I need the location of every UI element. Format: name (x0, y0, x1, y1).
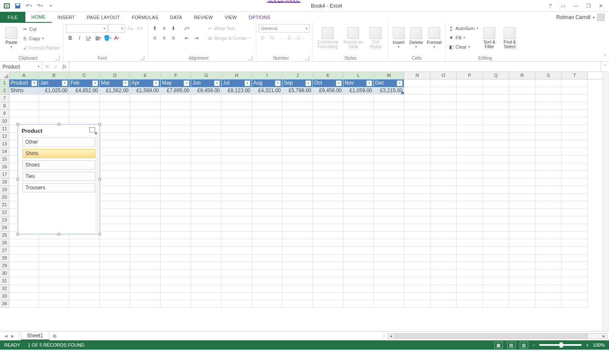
cell[interactable] (483, 239, 509, 247)
cell[interactable] (535, 262, 562, 270)
cell[interactable] (130, 171, 161, 178)
cell[interactable] (252, 125, 283, 133)
cell[interactable] (457, 178, 483, 186)
cell[interactable] (343, 163, 374, 171)
cell[interactable] (252, 118, 283, 125)
underline-button[interactable]: U▾ (85, 34, 93, 42)
cell[interactable]: £4,852.00 (69, 87, 100, 95)
cell[interactable] (404, 186, 431, 194)
cell[interactable] (431, 125, 457, 133)
cell[interactable] (509, 102, 535, 110)
column-header[interactable]: K (313, 72, 343, 79)
slicer-item[interactable]: Shoes (22, 160, 95, 170)
merge-center-button[interactable]: ⊞Merge & Center▾ (205, 34, 253, 42)
cell[interactable] (483, 300, 509, 308)
cell[interactable] (562, 232, 588, 239)
cell[interactable] (130, 148, 161, 156)
cell[interactable] (130, 110, 161, 118)
cell[interactable] (191, 148, 222, 156)
cell[interactable] (562, 125, 588, 133)
cell[interactable] (343, 285, 374, 293)
cell[interactable] (283, 285, 313, 293)
cell[interactable] (161, 293, 191, 300)
cell[interactable] (404, 255, 431, 262)
cell[interactable] (457, 87, 483, 95)
row-header[interactable]: 13 (0, 140, 9, 148)
cell[interactable] (343, 194, 374, 201)
tab-options[interactable]: OPTIONS (243, 12, 276, 23)
cell[interactable] (313, 224, 343, 232)
cell[interactable] (343, 148, 374, 156)
cell[interactable] (562, 95, 588, 102)
row-header[interactable]: 10 (0, 118, 9, 125)
cell[interactable] (313, 110, 343, 118)
cell[interactable] (404, 293, 431, 300)
cell[interactable] (100, 270, 130, 277)
name-box[interactable]: Product▾ (0, 62, 42, 71)
cell[interactable] (483, 262, 509, 270)
cell[interactable] (431, 133, 457, 140)
cell[interactable] (562, 262, 588, 270)
filter-dropdown-icon[interactable]: ▾ (92, 80, 98, 86)
table-header-cell[interactable]: Apr▾ (130, 79, 161, 87)
cell[interactable] (535, 224, 562, 232)
cell[interactable] (252, 186, 283, 194)
cell[interactable] (252, 201, 283, 209)
formula-input[interactable] (69, 62, 601, 71)
cell[interactable] (483, 125, 509, 133)
cell[interactable] (562, 209, 588, 216)
cell[interactable] (562, 270, 588, 277)
cell[interactable] (252, 95, 283, 102)
cell[interactable] (222, 247, 252, 255)
cell[interactable] (283, 133, 313, 140)
vertical-scrollbar[interactable] (602, 72, 609, 331)
cell[interactable] (161, 133, 191, 140)
cell[interactable] (431, 156, 457, 163)
cell[interactable] (457, 163, 483, 171)
column-header[interactable]: T (562, 72, 588, 79)
cell-styles-button[interactable]: Cell Styles (366, 24, 385, 52)
table-header-cell[interactable]: Jan▾ (39, 79, 69, 87)
column-header[interactable]: Q (483, 72, 509, 79)
border-button[interactable]: ▦▾ (94, 34, 102, 42)
cell[interactable] (39, 110, 69, 118)
format-cells-button[interactable]: Format▾ (425, 24, 443, 52)
cell[interactable] (535, 87, 562, 95)
cell[interactable] (562, 79, 588, 87)
cell[interactable] (130, 140, 161, 148)
cell[interactable] (283, 201, 313, 209)
column-header[interactable]: M (374, 72, 404, 79)
cell[interactable] (222, 232, 252, 239)
slicer-item[interactable]: Other (22, 137, 95, 147)
cell[interactable] (404, 171, 431, 178)
cell[interactable] (252, 285, 283, 293)
collapse-ribbon-icon[interactable]: ˄ (604, 54, 606, 60)
table-header-cell[interactable]: Oct▾ (313, 79, 343, 87)
cell[interactable] (431, 95, 457, 102)
cell[interactable] (535, 270, 562, 277)
cell[interactable] (161, 255, 191, 262)
normal-view-button[interactable]: ▦ (494, 342, 503, 348)
slicer-scrollbar[interactable] (95, 137, 99, 233)
redo-icon[interactable]: ↷▾ (35, 1, 45, 11)
cell[interactable] (222, 95, 252, 102)
cell[interactable] (535, 216, 562, 224)
dialog-launcher-icon[interactable] (55, 56, 60, 60)
copy-button[interactable]: ⎘Copy▾ (22, 34, 60, 43)
cell[interactable] (457, 232, 483, 239)
cell[interactable] (161, 140, 191, 148)
cell[interactable] (283, 262, 313, 270)
cell[interactable] (161, 216, 191, 224)
cell[interactable] (343, 247, 374, 255)
column-header[interactable]: E (130, 72, 161, 79)
cell[interactable] (222, 125, 252, 133)
cell[interactable] (313, 133, 343, 140)
cell[interactable] (457, 277, 483, 285)
format-painter-button[interactable]: 🖌Format Painter (22, 44, 60, 52)
cell[interactable] (431, 178, 457, 186)
cell[interactable] (457, 140, 483, 148)
cell[interactable] (562, 293, 588, 300)
cell[interactable] (100, 300, 130, 308)
table-header-cell[interactable]: Dec▾ (374, 79, 404, 87)
row-header[interactable]: 2 (0, 87, 9, 95)
